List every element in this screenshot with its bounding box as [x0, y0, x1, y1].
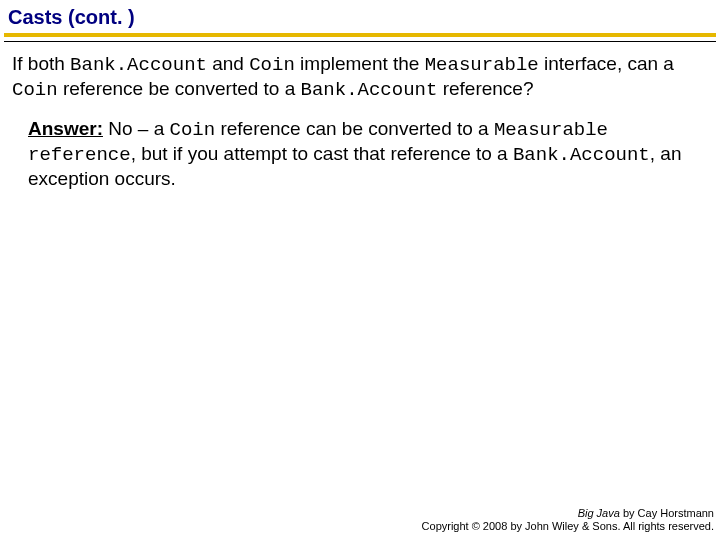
footer-copyright: Copyright © 2008 by John Wiley & Sons. A… — [422, 520, 714, 534]
answer-text: , but if you attempt to cast that refere… — [131, 143, 513, 164]
slide: Casts (cont. ) If both Bank.Account and … — [0, 0, 720, 540]
code-measurable: Measurable — [494, 119, 608, 141]
rule-gold — [4, 33, 716, 37]
byline: by Cay Horstmann — [620, 507, 714, 519]
question-text: implement the — [295, 53, 425, 74]
question-text: interface, can a — [539, 53, 674, 74]
title-rule — [0, 33, 720, 42]
code-measurable: Measurable — [425, 54, 539, 76]
answer-text: reference can be converted to a — [215, 118, 494, 139]
answer-block: Answer: No – a Coin reference can be con… — [0, 103, 720, 192]
question-text: reference? — [437, 78, 533, 99]
slide-title: Casts (cont. ) — [0, 0, 720, 33]
footer-line1: Big Java by Cay Horstmann — [422, 507, 714, 521]
answer-label: Answer: — [28, 118, 103, 139]
code-coin: Coin — [249, 54, 295, 76]
book-title: Big Java — [578, 507, 620, 519]
answer-text: No – a — [103, 118, 170, 139]
code-bankaccount: Bank.Account — [513, 144, 650, 166]
code-coin: Coin — [170, 119, 216, 141]
code-coin: Coin — [12, 79, 58, 101]
answer-text: reference — [28, 144, 131, 166]
footer: Big Java by Cay Horstmann Copyright © 20… — [422, 507, 714, 535]
code-bankaccount: Bank.Account — [70, 54, 207, 76]
question-text: reference be converted to a — [58, 78, 301, 99]
code-bankaccount: Bank.Account — [301, 79, 438, 101]
question-block: If both Bank.Account and Coin implement … — [0, 42, 720, 103]
question-text: and — [207, 53, 249, 74]
question-text: If both — [12, 53, 70, 74]
